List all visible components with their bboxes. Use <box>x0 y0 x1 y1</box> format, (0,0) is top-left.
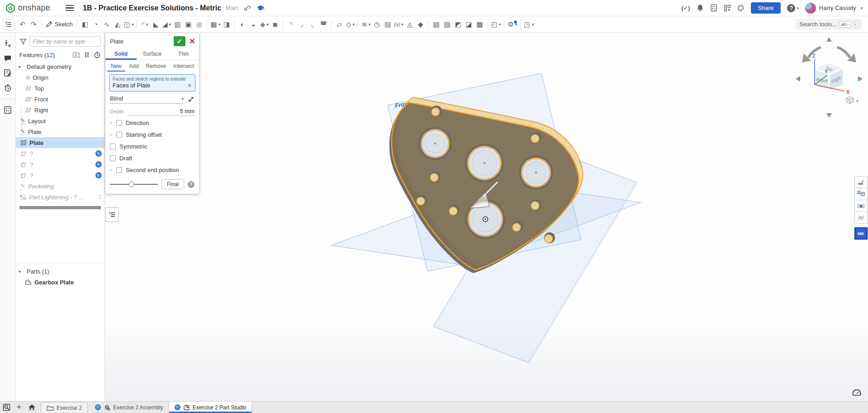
featurescript-panel-button[interactable]: {▣} <box>854 200 868 212</box>
model-scene[interactable]: Front Top <box>105 33 868 401</box>
direction-checkbox[interactable] <box>116 120 122 126</box>
split-icon[interactable]: ◒ <box>248 19 259 30</box>
measure-icon[interactable]: ◷ <box>371 19 382 30</box>
loft-icon[interactable]: ◭ <box>112 19 123 30</box>
rib-icon[interactable]: ▥ <box>172 19 183 30</box>
search-tools-box[interactable]: Search tools... alt/~ c <box>795 19 863 30</box>
theme-icon[interactable] <box>737 5 745 12</box>
delete-face-icon[interactable]: ◞ <box>296 19 307 30</box>
dialog-help-icon[interactable]: ? <box>188 181 194 188</box>
thicken-icon[interactable]: ◫▾ <box>123 19 135 30</box>
link-icon[interactable] <box>244 5 251 12</box>
applications-icon[interactable]: ⚙▾ <box>507 19 518 30</box>
update-badge-icon[interactable]: ↻ <box>95 172 102 178</box>
tab-exercise-2-assembly[interactable]: ↻ Exercise 2 Assembly <box>90 402 169 413</box>
filter-icon[interactable] <box>19 38 27 45</box>
option-second-end[interactable]: › Second end position <box>105 164 199 176</box>
add-folder-icon[interactable] <box>72 52 80 58</box>
import-icon[interactable]: ▤ <box>382 19 393 30</box>
mate-connector-icon[interactable]: ◬ <box>404 19 415 30</box>
notifications-icon[interactable] <box>697 4 704 12</box>
tab-folder-exercise-2[interactable]: Exercise 2 <box>41 402 88 413</box>
expander-icon[interactable]: › <box>110 120 116 126</box>
chamfer-icon[interactable]: ◣ <box>150 19 161 30</box>
feature-row-top-plane[interactable]: Top <box>16 83 104 94</box>
option-direction[interactable]: › Direction <box>105 117 199 129</box>
expander-icon[interactable]: › <box>110 131 116 138</box>
rotate-up-arrow[interactable] <box>826 37 832 42</box>
tab-new[interactable]: New <box>107 60 125 72</box>
rotate-right-arrow[interactable] <box>858 76 863 82</box>
replace-face-icon[interactable]: ◚ <box>318 19 329 30</box>
share-button[interactable]: Share <box>751 2 781 14</box>
drag-handle-icon[interactable]: ⁞ <box>100 194 101 200</box>
variable-icon[interactable]: (x)▾ <box>393 19 404 30</box>
mk-app-button[interactable]: MK <box>854 227 868 240</box>
end-condition-dropdown[interactable]: Blind ▾ <box>110 95 184 104</box>
insert-feature-icon[interactable] <box>4 39 12 48</box>
part-row-gearbox-plate[interactable]: Gearbox Plate <box>16 277 104 288</box>
rollback-clock-icon[interactable] <box>94 51 101 58</box>
filter-input[interactable] <box>29 36 101 47</box>
dialog-list-toggle-button[interactable] <box>105 207 119 222</box>
slider-handle[interactable] <box>129 182 134 187</box>
feature-row-plate-extrude[interactable]: Plate <box>16 137 104 148</box>
move-face-icon[interactable]: ◟ <box>307 19 318 30</box>
rotate-down-arrow[interactable] <box>826 113 832 118</box>
onshape-logo[interactable]: onshape <box>5 3 50 13</box>
versions-icon[interactable]: {✓} <box>681 5 690 11</box>
sheet-metal-icon[interactable]: ◰▾ <box>490 19 502 30</box>
feature-row-front-plane[interactable]: Front <box>16 94 104 105</box>
tab-remove[interactable]: Remove <box>142 60 170 72</box>
feature-row-pocketing[interactable]: ✎ Pocketing <box>16 181 104 192</box>
boundary-surface-icon[interactable]: ◇▾ <box>345 19 356 30</box>
tab-thin[interactable]: Thin <box>168 48 199 60</box>
boolean-icon[interactable]: ◐ <box>237 19 248 30</box>
rollback-bar[interactable] <box>19 206 101 209</box>
expander-icon[interactable]: › <box>110 167 116 173</box>
depth-input[interactable]: 5 mm <box>128 108 194 116</box>
starting-offset-checkbox[interactable] <box>116 132 122 138</box>
learning-center-icon[interactable] <box>256 5 265 11</box>
tasks-icon[interactable] <box>710 4 717 12</box>
flip-direction-icon[interactable] <box>187 96 194 103</box>
tab-surface[interactable]: Surface <box>137 48 168 60</box>
second-end-checkbox[interactable] <box>116 167 122 173</box>
view-cube[interactable]: Top Front Right Z X Y ▾ <box>793 34 865 118</box>
home-button[interactable] <box>25 402 38 413</box>
option-symmetric[interactable]: Symmetric <box>105 140 199 152</box>
draft-checkbox[interactable] <box>110 155 116 161</box>
tag-icon[interactable]: ◆ <box>415 19 426 30</box>
linear-pattern-icon[interactable]: ▦▾ <box>209 19 221 30</box>
app-store-icon[interactable] <box>724 5 731 12</box>
custom-features-icon[interactable]: ◳▾ <box>523 19 535 30</box>
feature-row-default-geometry[interactable]: ▾ Default geometry <box>16 61 104 72</box>
helix-icon[interactable]: ≋▾ <box>360 19 371 30</box>
update-badge-icon[interactable]: ↻ <box>95 150 102 157</box>
feature-row-right-plane[interactable]: Right <box>16 105 104 115</box>
mirror-icon[interactable]: ◨ <box>221 19 232 30</box>
transform-icon[interactable]: ◈▾ <box>259 19 270 30</box>
tab-solid[interactable]: Solid <box>105 48 137 60</box>
confirm-button[interactable]: ✓ <box>174 36 185 46</box>
sweep-icon[interactable]: ∿ <box>101 19 112 30</box>
tab-intersect[interactable]: Intersect <box>170 60 198 72</box>
hole-icon[interactable]: ◎ <box>194 19 204 30</box>
orientation-cube[interactable]: Top Front Right <box>815 62 844 91</box>
extrude-icon[interactable]: ◧ <box>80 19 90 30</box>
draft-icon[interactable]: ◢▾ <box>161 19 172 30</box>
feature-row-unresolved-2[interactable]: ? ↻ <box>16 159 104 170</box>
graphics-viewport[interactable]: Front Top <box>105 33 868 401</box>
delete-part-icon[interactable]: ◙ <box>270 19 280 30</box>
featurescript-shape-icon[interactable]: ◪ <box>464 19 474 30</box>
clear-selection-icon[interactable]: ✕ <box>187 82 192 89</box>
parts-header-row[interactable]: ▾ Parts (1) <box>16 266 104 277</box>
modify-fillet-icon[interactable]: ◝ <box>285 19 296 30</box>
performance-gauge-icon[interactable] <box>852 389 862 397</box>
branch-label[interactable]: Main <box>226 5 238 11</box>
feature-row-origin[interactable]: ⊙ Origin <box>16 72 104 83</box>
featurescript-box-icon[interactable]: ▨ <box>442 19 453 30</box>
featurescript-part-icon[interactable]: ▧ <box>431 19 442 30</box>
appearance-panel-button[interactable] <box>854 176 868 188</box>
selection-box[interactable]: Faces and sketch regions to extrude Face… <box>109 74 195 91</box>
